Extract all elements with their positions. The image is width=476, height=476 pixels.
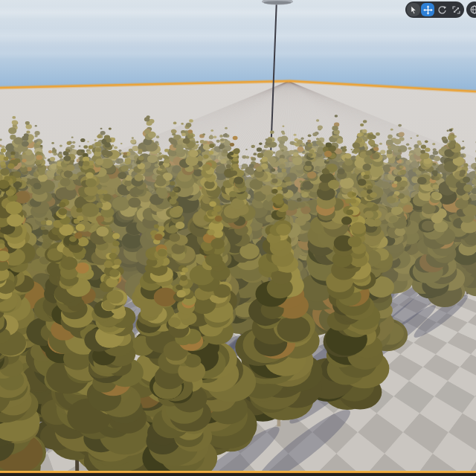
viewport-canvas[interactable]	[0, 0, 476, 476]
scale-icon	[451, 5, 461, 15]
globe-icon	[469, 4, 476, 15]
move-tool-button[interactable]	[421, 3, 434, 16]
move-arrows-icon	[423, 5, 433, 15]
cursor-arrow-icon	[409, 5, 419, 15]
scale-tool-button[interactable]	[449, 3, 463, 16]
world-space-toggle-button[interactable]	[466, 1, 476, 18]
coordinate-space-group	[466, 1, 476, 18]
rotate-tool-button[interactable]	[435, 3, 448, 16]
viewport-toolbar	[405, 1, 476, 18]
transform-tools-group	[405, 1, 464, 18]
rotate-icon	[437, 5, 447, 15]
select-tool-button[interactable]	[407, 3, 420, 16]
